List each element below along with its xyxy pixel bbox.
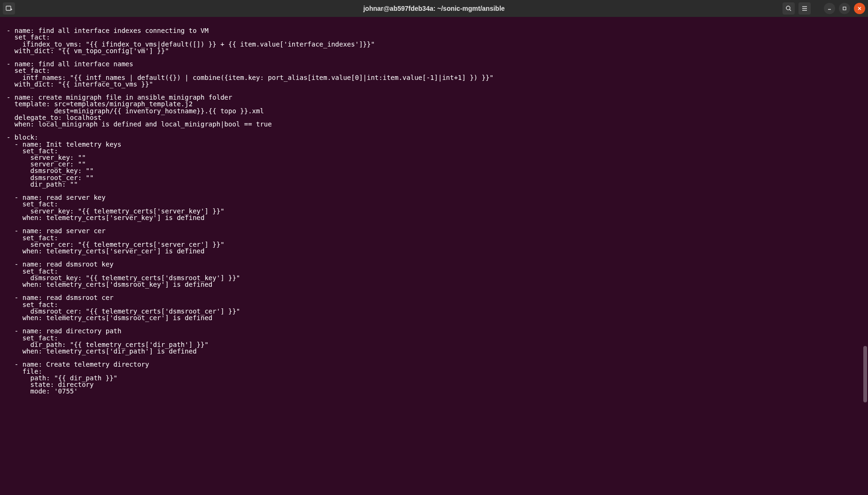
svg-point-3 bbox=[786, 6, 790, 10]
hamburger-icon bbox=[801, 5, 808, 12]
new-tab-icon bbox=[5, 5, 13, 12]
close-button[interactable] bbox=[854, 3, 865, 14]
search-icon bbox=[785, 5, 792, 12]
maximize-icon bbox=[842, 6, 847, 11]
titlebar-left bbox=[3, 2, 15, 15]
titlebar-right bbox=[783, 2, 865, 15]
svg-rect-9 bbox=[843, 7, 846, 10]
svg-rect-0 bbox=[6, 6, 11, 10]
close-icon bbox=[857, 6, 862, 11]
menu-button[interactable] bbox=[798, 2, 811, 15]
window-title: johnar@ab597fdeb34a: ~/sonic-mgmt/ansibl… bbox=[363, 5, 504, 12]
terminal-text: - name: find all interface indexes conne… bbox=[7, 27, 494, 395]
minimize-button[interactable] bbox=[824, 3, 835, 14]
window-titlebar: johnar@ab597fdeb34a: ~/sonic-mgmt/ansibl… bbox=[0, 0, 868, 17]
svg-line-4 bbox=[790, 9, 791, 11]
search-button[interactable] bbox=[783, 2, 795, 15]
scrollbar-thumb[interactable] bbox=[863, 346, 867, 402]
maximize-button[interactable] bbox=[839, 3, 850, 14]
terminal-content-area[interactable]: - name: find all interface indexes conne… bbox=[0, 17, 868, 495]
minimize-icon bbox=[827, 6, 832, 11]
new-tab-button[interactable] bbox=[3, 2, 15, 15]
